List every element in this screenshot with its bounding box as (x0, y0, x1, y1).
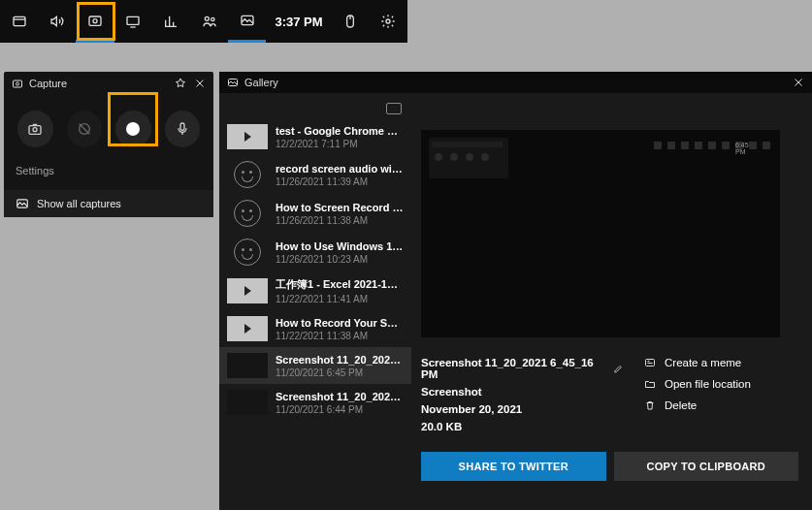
capture-widget: Capture Settings Show all captures (4, 72, 213, 217)
video-thumb (227, 278, 268, 303)
show-all-captures-button[interactable]: Show all captures (4, 190, 213, 217)
item-title: record screen audio windo... (276, 163, 404, 175)
item-date: 11/22/2021 11:38 AM (276, 331, 404, 341)
item-date: 11/22/2021 11:41 AM (276, 294, 404, 304)
audio-icon[interactable] (38, 0, 76, 43)
item-title: Screenshot 11_20_2021 6_45... (276, 354, 404, 366)
capture-header: Capture (4, 72, 213, 95)
svg-point-4 (205, 16, 209, 20)
gallery-item[interactable]: 工作簿1 - Excel 2021-11-22 11...11/22/2021 … (219, 271, 411, 310)
item-title: How to Screen Record on W... (276, 202, 404, 213)
gallery-widget: Gallery test - Google Chrome 2021-1...12… (219, 72, 812, 510)
screenshot-button[interactable] (17, 111, 53, 147)
record-last-button[interactable] (67, 111, 103, 147)
item-date: 11/26/2021 10:23 AM (276, 254, 404, 265)
item-date: 12/2/2021 7:11 PM (276, 139, 404, 149)
svg-point-12 (33, 128, 37, 132)
gallery-item[interactable]: test - Google Chrome 2021-1...12/2/2021 … (219, 118, 411, 155)
detail-date: November 20, 2021 (421, 403, 624, 415)
copy-clipboard-button[interactable]: COPY TO CLIPBOARD (614, 452, 799, 481)
delete-button[interactable]: Delete (643, 399, 798, 411)
item-title: How to Record Your Screen... (276, 317, 404, 329)
gallery-list: test - Google Chrome 2021-1...12/2/2021 … (219, 93, 411, 510)
edit-icon[interactable] (613, 364, 624, 374)
settings-label: Settings (4, 161, 213, 186)
capture-title: Capture (29, 78, 67, 89)
svg-point-5 (211, 17, 213, 20)
missing-thumb-icon (234, 239, 261, 266)
gallery-item[interactable]: record screen audio windo...11/26/2021 1… (219, 155, 411, 194)
record-dot-icon (126, 122, 140, 136)
item-date: 11/26/2021 11:39 AM (276, 176, 404, 187)
widget-menu-icon[interactable] (0, 0, 38, 43)
image-thumb (227, 353, 268, 378)
mic-button[interactable] (165, 111, 201, 147)
item-title: test - Google Chrome 2021-1... (276, 125, 404, 137)
svg-rect-1 (89, 16, 101, 25)
item-date: 11/20/2021 6:44 PM (276, 404, 404, 415)
gallery-small-icon (16, 197, 29, 210)
show-all-label: Show all captures (37, 198, 121, 209)
item-title: How to Use Windows 10 Buil... (276, 240, 404, 252)
item-date: 11/20/2021 6:45 PM (276, 367, 404, 378)
gallery-close-icon[interactable] (793, 77, 804, 88)
gallery-title: Gallery (244, 77, 278, 88)
preview-image[interactable]: 6:45 PM (421, 130, 780, 337)
gallery-item[interactable]: Screenshot 11_20_2021 6_45...11/20/2021 … (219, 347, 411, 384)
gallery-header-icon (227, 77, 239, 88)
svg-point-8 (386, 19, 390, 23)
gallery-item[interactable]: How to Record Your Screen...11/22/2021 1… (219, 310, 411, 347)
gallery-main: 6:45 PM Screenshot 11_20_2021 6_45_16 PM… (411, 93, 812, 510)
item-title: 工作簿1 - Excel 2021-11-22 11... (276, 277, 404, 292)
settings-gear-icon[interactable] (370, 0, 407, 43)
missing-thumb-icon (234, 161, 261, 188)
close-icon[interactable] (194, 78, 206, 89)
video-thumb (227, 124, 268, 149)
svg-rect-0 (14, 16, 25, 25)
game-bar-topbar: 3:37 PM (0, 0, 407, 43)
svg-rect-9 (14, 80, 22, 87)
item-title: Screenshot 11_20_2021 6_44... (276, 391, 404, 402)
record-button[interactable] (115, 111, 151, 147)
capture-title-icon (12, 78, 23, 89)
svg-point-2 (93, 18, 97, 22)
capture-icon[interactable] (76, 0, 114, 43)
missing-thumb-icon (234, 200, 261, 227)
resources-icon[interactable] (152, 0, 190, 43)
clock: 3:37 PM (266, 15, 331, 29)
video-thumb (227, 316, 268, 341)
gallery-item[interactable]: How to Screen Record on W...11/26/2021 1… (219, 194, 411, 233)
open-folder-button[interactable] (219, 99, 411, 118)
item-date: 11/26/2021 11:38 AM (276, 215, 404, 226)
pin-icon[interactable] (175, 78, 186, 89)
detail-category: Screenshot (421, 386, 624, 398)
svg-rect-3 (127, 16, 139, 24)
share-twitter-button[interactable]: SHARE TO TWITTER (421, 452, 606, 481)
mouse-icon[interactable] (332, 0, 370, 43)
create-meme-button[interactable]: Create a meme (643, 357, 798, 368)
open-file-location-button[interactable]: Open file location (643, 378, 798, 390)
svg-rect-11 (29, 126, 41, 135)
detail-name: Screenshot 11_20_2021 6_45_16 PM (421, 357, 605, 380)
gallery-item[interactable]: How to Use Windows 10 Buil...11/26/2021 … (219, 233, 411, 271)
gallery-icon[interactable] (228, 0, 266, 43)
detail-size: 20.0 KB (421, 421, 624, 432)
svg-point-10 (16, 82, 19, 85)
svg-rect-14 (180, 123, 184, 130)
performance-icon[interactable] (114, 0, 152, 43)
gallery-item[interactable]: Screenshot 11_20_2021 6_44...11/20/2021 … (219, 384, 411, 421)
xbox-social-icon[interactable] (190, 0, 228, 43)
image-thumb (227, 390, 268, 415)
